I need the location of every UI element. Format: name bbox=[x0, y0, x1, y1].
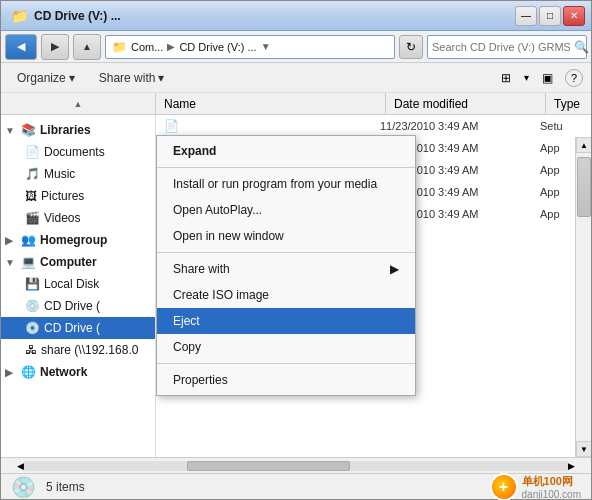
organize-label: Organize bbox=[17, 71, 66, 85]
organize-button[interactable]: Organize ▾ bbox=[9, 66, 83, 90]
scrollbar-thumb[interactable] bbox=[577, 157, 591, 217]
menu-separator-2 bbox=[157, 252, 415, 253]
toolbar-right: ⊞ ▾ ▣ ? bbox=[494, 66, 583, 90]
computer-expand-icon: ▼ bbox=[5, 257, 17, 268]
h-scroll-right-arrow[interactable]: ▶ bbox=[568, 461, 575, 471]
menu-separator-3 bbox=[157, 363, 415, 364]
preview-pane-button[interactable]: ▣ bbox=[535, 66, 559, 90]
sort-arrow-icon: ▲ bbox=[74, 99, 83, 109]
path-segment-2: CD Drive (V:) ... bbox=[179, 41, 256, 53]
scroll-down-arrow[interactable]: ▼ bbox=[576, 441, 591, 457]
sidebar-item-pictures[interactable]: 🖼 Pictures bbox=[1, 185, 155, 207]
collapse-icon: ▼ bbox=[5, 125, 17, 136]
menu-separator-1 bbox=[157, 167, 415, 168]
help-icon: ? bbox=[571, 72, 577, 84]
preview-icon: ▣ bbox=[542, 71, 553, 85]
explorer-window: 📁 CD Drive (V:) ... — □ ✕ ◀ ▶ ▲ 📁 Com...… bbox=[0, 0, 592, 500]
sidebar-label-cd-2: CD Drive ( bbox=[44, 321, 100, 335]
sidebar-label-documents: Documents bbox=[44, 145, 105, 159]
sidebar-item-documents[interactable]: 📄 Documents bbox=[1, 141, 155, 163]
menu-label-share-with: Share with bbox=[173, 262, 230, 276]
menu-item-expand[interactable]: Expand bbox=[157, 138, 415, 164]
file-name-1: 📄 bbox=[160, 119, 380, 133]
help-button[interactable]: ? bbox=[565, 69, 583, 87]
file-type-3: App bbox=[540, 164, 560, 176]
back-icon: ◀ bbox=[17, 40, 25, 53]
file-icon-1: 📄 bbox=[164, 119, 179, 133]
title-bar: 📁 CD Drive (V:) ... — □ ✕ bbox=[1, 1, 591, 31]
minimize-button[interactable]: — bbox=[515, 6, 537, 26]
share-dropdown-icon: ▾ bbox=[158, 71, 164, 85]
sidebar-item-share[interactable]: 🖧 share (\\192.168.0 bbox=[1, 339, 155, 361]
sidebar-item-music[interactable]: 🎵 Music bbox=[1, 163, 155, 185]
menu-label-eject: Eject bbox=[173, 314, 200, 328]
sidebar-item-local-disk[interactable]: 💾 Local Disk bbox=[1, 273, 155, 295]
address-path[interactable]: 📁 Com... ▶ CD Drive (V:) ... ▼ bbox=[105, 35, 395, 59]
sidebar-item-videos[interactable]: 🎬 Videos bbox=[1, 207, 155, 229]
sidebar-item-cd-drive-1[interactable]: 💿 CD Drive ( bbox=[1, 295, 155, 317]
menu-item-new-window[interactable]: Open in new window bbox=[157, 223, 415, 249]
watermark-text-block: 单机100网 danji100.com bbox=[522, 474, 581, 500]
menu-item-create-iso[interactable]: Create ISO image bbox=[157, 282, 415, 308]
sidebar-item-cd-drive-2[interactable]: 💿 CD Drive ( bbox=[1, 317, 155, 339]
refresh-button[interactable]: ↻ bbox=[399, 35, 423, 59]
horizontal-scrollbar[interactable]: ◀ ▶ bbox=[1, 457, 591, 473]
menu-item-eject[interactable]: Eject bbox=[157, 308, 415, 334]
share-with-button[interactable]: Share with ▾ bbox=[91, 66, 173, 90]
col-header-name[interactable]: Name bbox=[156, 93, 386, 114]
network-expand-icon: ▶ bbox=[5, 367, 17, 378]
file-type-2: App bbox=[540, 142, 560, 154]
address-bar: ◀ ▶ ▲ 📁 Com... ▶ CD Drive (V:) ... ▼ ↻ 🔍 bbox=[1, 31, 591, 63]
network-icon: 🌐 bbox=[21, 365, 36, 379]
file-type-5: App bbox=[540, 208, 560, 220]
watermark-site: 单机100网 bbox=[522, 474, 581, 489]
view-icon: ⊞ bbox=[501, 71, 511, 85]
maximize-button[interactable]: □ bbox=[539, 6, 561, 26]
share-drive-icon: 🖧 bbox=[25, 343, 37, 357]
sidebar-item-homegroup[interactable]: ▶ 👥 Homegroup bbox=[1, 229, 155, 251]
menu-item-properties[interactable]: Properties bbox=[157, 367, 415, 393]
menu-label-new-window: Open in new window bbox=[173, 229, 284, 243]
h-scroll-thumb[interactable] bbox=[187, 461, 350, 471]
up-button[interactable]: ▲ bbox=[73, 34, 101, 60]
forward-button[interactable]: ▶ bbox=[41, 34, 69, 60]
sidebar-item-computer[interactable]: ▼ 💻 Computer bbox=[1, 251, 155, 273]
h-scroll-track[interactable] bbox=[24, 461, 568, 471]
menu-item-copy[interactable]: Copy bbox=[157, 334, 415, 360]
menu-label-copy: Copy bbox=[173, 340, 201, 354]
path-segment-1: Com... bbox=[131, 41, 163, 53]
file-row[interactable]: 📄 11/23/2010 3:49 AM Setu bbox=[156, 115, 591, 137]
sidebar-label-computer: Computer bbox=[40, 255, 97, 269]
h-scroll-left-arrow[interactable]: ◀ bbox=[17, 461, 24, 471]
scroll-up-arrow[interactable]: ▲ bbox=[576, 137, 591, 153]
col-header-sort[interactable]: ▲ bbox=[1, 93, 156, 114]
sidebar-item-network[interactable]: ▶ 🌐 Network bbox=[1, 361, 155, 383]
sidebar-label-videos: Videos bbox=[44, 211, 80, 225]
sidebar-label-libraries: Libraries bbox=[40, 123, 91, 137]
disk-icon: 💾 bbox=[25, 277, 40, 291]
menu-label-create-iso: Create ISO image bbox=[173, 288, 269, 302]
window-title: CD Drive (V:) ... bbox=[34, 9, 121, 23]
watermark-icon: + bbox=[490, 473, 518, 501]
vertical-scrollbar[interactable]: ▲ ▼ bbox=[575, 137, 591, 457]
cd-icon-1: 💿 bbox=[25, 299, 40, 313]
close-button[interactable]: ✕ bbox=[563, 6, 585, 26]
menu-item-install[interactable]: Install or run program from your media bbox=[157, 171, 415, 197]
organize-dropdown-icon: ▾ bbox=[69, 71, 75, 85]
file-date-1: 11/23/2010 3:49 AM bbox=[380, 120, 540, 132]
expand-icon: ▶ bbox=[5, 235, 17, 246]
menu-item-share-with[interactable]: Share with ▶ bbox=[157, 256, 415, 282]
sidebar-label-network: Network bbox=[40, 365, 87, 379]
view-toggle-button[interactable]: ⊞ bbox=[494, 66, 518, 90]
search-box[interactable]: 🔍 bbox=[427, 35, 587, 59]
back-button[interactable]: ◀ bbox=[5, 34, 37, 60]
file-list: 📄 11/23/2010 3:49 AM Setu 📄 11/23/2010 3… bbox=[156, 115, 591, 457]
col-header-date[interactable]: Date modified bbox=[386, 93, 546, 114]
col-header-type[interactable]: Type bbox=[546, 93, 588, 114]
search-input[interactable] bbox=[432, 41, 570, 53]
forward-icon: ▶ bbox=[51, 40, 59, 53]
folder-icon-documents: 📄 bbox=[25, 145, 40, 159]
sidebar-item-libraries[interactable]: ▼ 📚 Libraries bbox=[1, 119, 155, 141]
menu-item-autoplay[interactable]: Open AutoPlay... bbox=[157, 197, 415, 223]
refresh-icon: ↻ bbox=[406, 40, 416, 54]
